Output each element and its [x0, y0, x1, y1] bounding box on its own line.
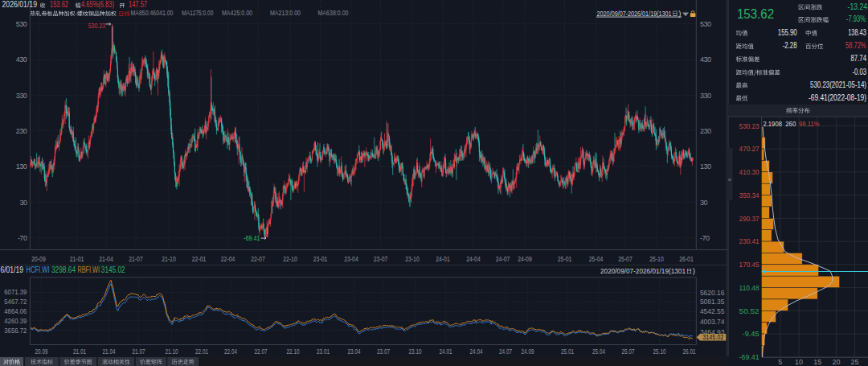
- svg-text:20-09: 20-09: [31, 255, 46, 263]
- svg-text:-69.41(2022-08-19): -69.41(2022-08-19): [809, 93, 866, 102]
- svg-text:153.62: 153.62: [50, 0, 68, 9]
- svg-text:230.41: 230.41: [739, 237, 760, 245]
- svg-text:4260.39: 4260.39: [4, 317, 27, 325]
- svg-text:25.07: 25.07: [622, 347, 635, 356]
- svg-text:25-04: 25-04: [589, 255, 604, 263]
- svg-text:530: 530: [700, 20, 711, 28]
- svg-text:24.04: 24.04: [470, 347, 483, 356]
- svg-text:23-07: 23-07: [374, 255, 388, 263]
- svg-text:530.23(2021-05-14): 530.23(2021-05-14): [810, 80, 866, 89]
- svg-text:-69.41: -69.41: [244, 234, 260, 242]
- svg-text:24.01: 24.01: [440, 347, 452, 356]
- svg-text:5: 5: [778, 358, 782, 366]
- svg-text:2.1908: 2.1908: [763, 119, 782, 128]
- svg-text:330: 330: [16, 92, 27, 100]
- svg-text:25-01: 25-01: [558, 255, 572, 263]
- svg-text:21.01: 21.01: [73, 347, 86, 356]
- svg-text:21.10: 21.10: [166, 347, 178, 356]
- svg-text:-0.03: -0.03: [853, 68, 867, 76]
- svg-text:): ): [693, 266, 695, 275]
- svg-text:130: 130: [16, 162, 27, 171]
- svg-text:130: 130: [700, 162, 711, 171]
- svg-text:24-09: 24-09: [518, 255, 532, 263]
- svg-text:25: 25: [851, 358, 859, 366]
- svg-text:2020/09/07-2026/01/19(1301: 2020/09/07-2026/01/19(1301: [597, 9, 672, 18]
- svg-text:23.04: 23.04: [348, 347, 361, 356]
- svg-text:23-04: 23-04: [344, 255, 358, 263]
- svg-text:30: 30: [19, 199, 27, 207]
- svg-text:»: »: [728, 176, 731, 183]
- svg-text:22.04: 22.04: [224, 347, 237, 356]
- svg-text:26-01: 26-01: [679, 255, 694, 263]
- svg-text:24.07: 24.07: [499, 347, 512, 356]
- svg-text:25.10: 25.10: [653, 347, 666, 356]
- svg-text:10: 10: [795, 358, 803, 366]
- svg-text:2020/09/07-2026/01/19(1301: 2020/09/07-2026/01/19(1301: [600, 266, 686, 275]
- svg-text:6/01/19: 6/01/19: [1, 265, 24, 274]
- svg-text:-70: -70: [18, 234, 27, 242]
- svg-text:98.11%: 98.11%: [799, 119, 820, 128]
- svg-text:24-01: 24-01: [436, 255, 450, 263]
- svg-text:21.04: 21.04: [103, 347, 116, 356]
- svg-text:25-07: 25-07: [618, 255, 633, 263]
- svg-text:330: 330: [700, 92, 711, 100]
- svg-text:23.01: 23.01: [317, 347, 330, 356]
- svg-text:530.23: 530.23: [88, 22, 105, 30]
- svg-text:3145.02: 3145.02: [702, 333, 723, 341]
- svg-text:22-04: 22-04: [221, 255, 235, 263]
- svg-text:21-07: 21-07: [129, 255, 143, 263]
- svg-text:23.10: 23.10: [409, 347, 422, 356]
- svg-text:430: 430: [700, 56, 711, 64]
- svg-text:260: 260: [785, 119, 796, 128]
- svg-text:410.30: 410.30: [739, 168, 760, 176]
- svg-text:4.65%(6.83): 4.65%(6.83): [81, 0, 114, 9]
- svg-text:530.23: 530.23: [739, 122, 760, 130]
- svg-text:23.07: 23.07: [377, 347, 390, 356]
- svg-text:21-01: 21-01: [70, 255, 84, 263]
- svg-text:58.72%: 58.72%: [845, 41, 866, 50]
- svg-text:MA1275:0.00: MA1275:0.00: [182, 8, 213, 17]
- svg-text:155.90: 155.90: [778, 28, 797, 37]
- svg-text:22.01: 22.01: [195, 347, 208, 356]
- svg-text:21-04: 21-04: [99, 255, 113, 263]
- svg-text:-69.41: -69.41: [739, 353, 760, 361]
- svg-text:138.43: 138.43: [848, 28, 866, 37]
- svg-text:MA638:0.00: MA638:0.00: [318, 8, 349, 17]
- svg-text:5620.16: 5620.16: [700, 289, 725, 297]
- svg-text:22-01: 22-01: [192, 255, 206, 263]
- svg-text:26.01: 26.01: [683, 347, 696, 356]
- svg-text:153.62: 153.62: [737, 6, 774, 22]
- svg-text:15: 15: [813, 358, 821, 366]
- svg-text:470.27: 470.27: [739, 145, 760, 153]
- svg-text:20.09: 20.09: [35, 347, 48, 356]
- svg-text:290.37: 290.37: [739, 215, 760, 223]
- svg-text:5467.72: 5467.72: [4, 298, 27, 306]
- svg-text:3656.72: 3656.72: [4, 327, 27, 335]
- svg-text:110.48: 110.48: [739, 284, 760, 292]
- svg-text:4003.74: 4003.74: [700, 318, 725, 326]
- svg-text:-7.93%: -7.93%: [846, 14, 866, 23]
- svg-text:3298.64: 3298.64: [51, 265, 76, 274]
- svg-text:MA850:46041.00: MA850:46041.00: [131, 8, 174, 17]
- svg-text:25.01: 25.01: [561, 347, 574, 356]
- svg-text:24-07: 24-07: [496, 255, 510, 263]
- svg-text:530: 530: [16, 20, 27, 28]
- svg-text:30: 30: [700, 199, 708, 207]
- svg-text:2026/01/19: 2026/01/19: [2, 0, 38, 9]
- svg-text:21.07: 21.07: [133, 347, 145, 356]
- svg-text:170.45: 170.45: [739, 261, 760, 269]
- svg-text:230: 230: [700, 127, 711, 135]
- svg-text:4542.55: 4542.55: [700, 307, 725, 315]
- svg-text:350.34: 350.34: [739, 191, 760, 199]
- svg-text:20: 20: [832, 358, 840, 366]
- svg-text:4864.06: 4864.06: [4, 307, 27, 315]
- svg-text:MA213:0.00: MA213:0.00: [270, 8, 301, 17]
- svg-text:-13.24: -13.24: [848, 2, 868, 11]
- svg-text:22-07: 22-07: [251, 255, 265, 263]
- svg-text:3145.02: 3145.02: [101, 265, 125, 274]
- svg-text:5081.35: 5081.35: [700, 298, 725, 306]
- svg-text:-9.45: -9.45: [743, 330, 760, 338]
- svg-text:25.04: 25.04: [592, 347, 605, 356]
- svg-text:22-10: 22-10: [283, 255, 297, 263]
- svg-text:HCFI.WI: HCFI.WI: [27, 265, 50, 274]
